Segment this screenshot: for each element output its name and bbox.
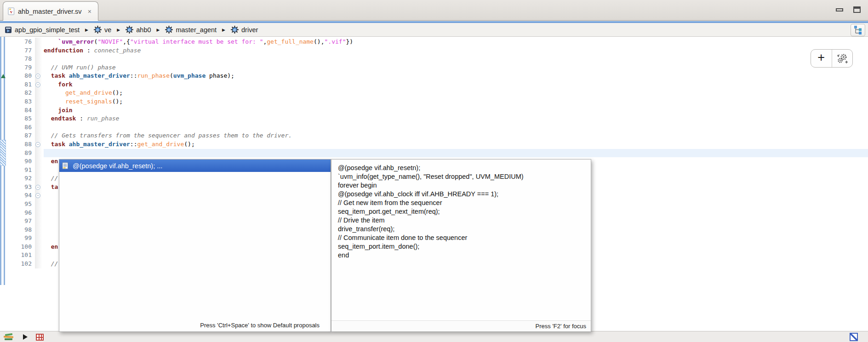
code-text: // Gets transfers from the sequencer and… — [44, 131, 868, 140]
fold-collapse-icon[interactable]: − — [35, 185, 40, 190]
breadcrumb-label: ahb0 — [136, 26, 151, 34]
line-number[interactable]: 76 — [6, 38, 35, 46]
annotation-ruler-cell — [0, 123, 6, 132]
preview-code-line: end — [338, 251, 584, 260]
green-arrow-icon — [1, 74, 6, 78]
line-number[interactable]: 94 — [6, 191, 35, 200]
class-icon: C — [231, 26, 239, 34]
code-text: endtask : run_phase — [44, 114, 868, 123]
code-line-79[interactable]: 79 // UVM run() phase — [0, 63, 868, 72]
breadcrumb-separator-icon: ▶ — [85, 28, 88, 32]
line-number[interactable]: 83 — [6, 97, 35, 106]
content-assist-hint: Press 'Ctrl+Space' to show Default propo… — [200, 322, 320, 329]
show-hierarchy-button[interactable] — [851, 24, 865, 36]
fold-gutter-cell: − — [35, 183, 44, 192]
code-text: `uvm_error("NOVIF",{"virtual interface m… — [44, 38, 868, 46]
breadcrumb-item-ahb0[interactable]: Cahb0 — [126, 26, 151, 34]
gears-plus-icon — [836, 52, 849, 65]
preview-code-line: @(posedge vif.ahb_resetn); — [338, 164, 584, 172]
breadcrumb-item-master_agent[interactable]: Cmaster_agent — [165, 26, 217, 34]
annotation-ruler-cell — [0, 209, 6, 217]
code-line-80[interactable]: 80− task ahb_master_driver::run_phase(uv… — [0, 72, 868, 80]
svg-text:v: v — [10, 9, 12, 14]
code-text — [44, 123, 868, 132]
line-number[interactable]: 81 — [6, 80, 35, 89]
code-line-83[interactable]: 83 reset_signals(); — [0, 97, 868, 106]
svg-text:C: C — [234, 28, 236, 32]
line-number[interactable]: 82 — [6, 89, 35, 97]
fold-collapse-icon[interactable]: − — [35, 193, 40, 198]
fold-gutter-cell — [35, 226, 44, 234]
line-number[interactable]: 77 — [6, 46, 35, 55]
breadcrumb-item-apb_gpio_simple_test[interactable]: apb_gpio_simple_test — [5, 26, 80, 34]
line-number[interactable]: 101 — [6, 251, 35, 260]
proposal-item-selected[interactable]: @(posedge vif.ahb_resetn); ... — [59, 160, 331, 172]
line-number[interactable]: 102 — [6, 260, 35, 268]
status-bar — [0, 331, 868, 342]
breadcrumb-item-ve[interactable]: Cve — [94, 26, 111, 34]
annotation-ruler-cell — [0, 55, 6, 63]
svg-text:C: C — [97, 28, 99, 32]
code-line-89[interactable]: 89 — [0, 149, 868, 158]
red-grid-icon[interactable] — [36, 334, 44, 341]
sv-file-icon: v — [8, 7, 15, 15]
settings-button[interactable] — [832, 50, 853, 67]
line-number[interactable]: 92 — [6, 174, 35, 183]
code-line-81[interactable]: 81− fork — [0, 80, 868, 89]
tab-ahb-master-driver[interactable]: v ahb_master_driver.sv × — [3, 1, 98, 21]
line-number[interactable]: 98 — [6, 226, 35, 234]
fold-gutter-cell — [35, 234, 44, 243]
minimize-icon[interactable] — [836, 8, 843, 11]
line-number[interactable]: 90 — [6, 157, 35, 166]
code-line-77[interactable]: 77endfunction : connect_phase — [0, 46, 868, 55]
line-number[interactable]: 85 — [6, 114, 35, 123]
line-number[interactable]: 99 — [6, 234, 35, 243]
code-line-86[interactable]: 86 — [0, 123, 868, 132]
line-number[interactable]: 84 — [6, 106, 35, 115]
line-number[interactable]: 78 — [6, 55, 35, 63]
line-number[interactable]: 89 — [6, 149, 35, 158]
annotation-ruler-cell — [0, 157, 6, 166]
breadcrumb-item-driver[interactable]: Cdriver — [231, 26, 258, 34]
code-line-78[interactable]: 78 — [0, 55, 868, 63]
editor-floating-toolbar: + — [811, 49, 853, 68]
line-number[interactable]: 93 — [6, 183, 35, 192]
code-line-87[interactable]: 87 // Gets transfers from the sequencer … — [0, 131, 868, 140]
line-number[interactable]: 95 — [6, 200, 35, 209]
fold-gutter-cell — [35, 157, 44, 166]
line-number[interactable]: 91 — [6, 166, 35, 175]
fold-collapse-icon[interactable]: − — [35, 142, 40, 147]
play-icon[interactable] — [23, 334, 28, 340]
preview-footer: Press 'F2' for focus — [331, 320, 591, 331]
build-stack-icon[interactable] — [4, 333, 15, 341]
fold-collapse-icon[interactable]: − — [35, 82, 40, 87]
annotation-ruler-cell — [0, 131, 6, 140]
fold-gutter-cell — [35, 166, 44, 175]
line-number[interactable]: 80 — [6, 72, 35, 80]
maximize-icon[interactable] — [853, 6, 861, 13]
breadcrumb-label: apb_gpio_simple_test — [15, 26, 80, 34]
preview-code-line: // Get new item from the sequencer — [338, 199, 584, 207]
line-number[interactable]: 96 — [6, 209, 35, 217]
code-line-84[interactable]: 84 join — [0, 106, 868, 115]
line-number[interactable]: 86 — [6, 123, 35, 132]
code-line-85[interactable]: 85 endtask : run_phase — [0, 114, 868, 123]
code-line-76[interactable]: 76 `uvm_error("NOVIF",{"virtual interfac… — [0, 38, 868, 46]
annotation-ruler-cell — [0, 166, 6, 175]
line-number[interactable]: 79 — [6, 63, 35, 72]
preview-code-line: forever begin — [338, 181, 584, 190]
annotation-ruler-cell — [0, 46, 6, 55]
fold-collapse-icon[interactable]: − — [35, 74, 40, 79]
line-number[interactable]: 97 — [6, 217, 35, 226]
line-number[interactable]: 87 — [6, 131, 35, 140]
code-line-82[interactable]: 82 get_and_drive(); — [0, 89, 868, 97]
add-button[interactable]: + — [811, 50, 832, 67]
line-number[interactable]: 88 — [6, 140, 35, 149]
annotation-ruler-cell — [0, 97, 6, 106]
line-number[interactable]: 100 — [6, 243, 35, 251]
breadcrumb-label: ve — [104, 26, 111, 34]
tab-close-icon[interactable]: × — [88, 8, 91, 15]
block-selection-icon[interactable] — [850, 333, 858, 341]
code-line-88[interactable]: 88− task ahb_master_driver::get_and_driv… — [0, 140, 868, 149]
fold-gutter-cell — [35, 63, 44, 72]
